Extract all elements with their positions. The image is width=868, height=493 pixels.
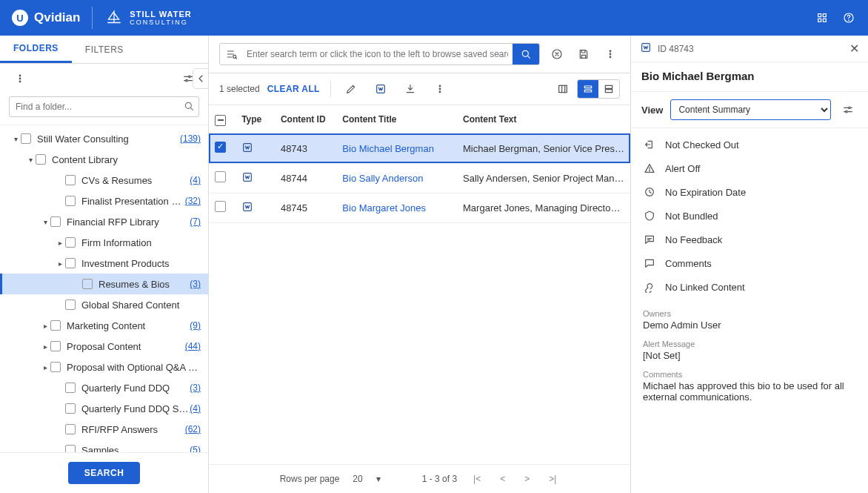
row-checkbox[interactable] xyxy=(215,142,226,153)
detail-item[interactable]: No Feedback xyxy=(631,228,868,251)
view-cards-icon[interactable] xyxy=(598,80,619,98)
toolbar-more-icon[interactable] xyxy=(430,79,450,99)
folder-count[interactable]: (4) xyxy=(190,403,201,414)
rows-per-page-value[interactable]: 20 xyxy=(353,474,362,484)
folder-node[interactable]: ▾Financial RFP Library(7) xyxy=(0,211,208,232)
save-icon[interactable] xyxy=(574,44,593,64)
chevron-icon[interactable]: ▸ xyxy=(40,363,50,371)
folder-checkbox[interactable] xyxy=(50,216,61,227)
rows-per-page-dropdown[interactable]: ▾ xyxy=(376,474,381,484)
apps-icon[interactable] xyxy=(815,10,829,25)
folder-count[interactable]: (62) xyxy=(185,424,201,434)
saved-search-icon[interactable] xyxy=(220,48,242,60)
collapse-sidebar-button[interactable] xyxy=(193,68,209,89)
folder-node[interactable]: Global Shared Content xyxy=(0,294,208,315)
word-icon[interactable] xyxy=(371,79,390,99)
search-button[interactable]: SEARCH xyxy=(68,462,141,484)
help-icon[interactable] xyxy=(841,10,856,25)
folder-count[interactable]: (4) xyxy=(190,175,201,185)
search-icon[interactable] xyxy=(183,100,195,114)
page-next-icon[interactable]: > xyxy=(521,472,533,486)
folder-checkbox[interactable] xyxy=(36,154,46,165)
col-content-id[interactable]: Content ID xyxy=(275,105,336,133)
folder-node[interactable]: Resumes & Bios(3) xyxy=(0,274,208,294)
folder-checkbox[interactable] xyxy=(50,320,61,331)
chevron-icon[interactable]: ▸ xyxy=(40,322,50,330)
detail-item[interactable]: No Linked Content xyxy=(631,275,868,299)
cell-title[interactable]: Bio Sally Anderson xyxy=(336,163,457,193)
close-icon[interactable]: ✕ xyxy=(849,42,859,56)
folder-checkbox[interactable] xyxy=(21,133,31,144)
folder-checkbox[interactable] xyxy=(65,445,76,452)
folder-checkbox[interactable] xyxy=(50,362,61,372)
view-select[interactable]: Content Summary xyxy=(670,99,831,120)
folder-checkbox[interactable] xyxy=(65,258,76,268)
folder-node[interactable]: Quarterly Fund DDQ Slides(4) xyxy=(0,398,208,419)
more-icon[interactable] xyxy=(10,69,30,88)
folder-count[interactable]: (139) xyxy=(180,133,201,144)
clear-icon[interactable] xyxy=(547,44,567,64)
col-type[interactable]: Type xyxy=(236,105,275,133)
folder-count[interactable]: (7) xyxy=(190,216,201,227)
page-first-icon[interactable]: |< xyxy=(470,472,484,486)
folder-node[interactable]: ▸Proposal Content(44) xyxy=(0,336,208,357)
view-list-icon[interactable] xyxy=(578,80,598,98)
chevron-icon[interactable]: ▸ xyxy=(55,259,65,268)
chevron-icon[interactable]: ▸ xyxy=(55,239,65,247)
more-search-icon[interactable] xyxy=(601,44,620,64)
detail-item[interactable]: Alert Off xyxy=(631,156,868,180)
folder-node[interactable]: ▸Marketing Content(9) xyxy=(0,315,208,336)
table-row[interactable]: 48744Bio Sally AndersonSally Andersen, S… xyxy=(209,163,630,193)
chevron-icon[interactable]: ▾ xyxy=(25,156,36,164)
folder-node[interactable]: Finalist Presentation Slides(32) xyxy=(0,191,208,211)
columns-icon[interactable] xyxy=(553,79,572,99)
folder-checkbox[interactable] xyxy=(65,403,76,414)
detail-item[interactable]: Not Checked Out xyxy=(631,133,868,156)
folder-checkbox[interactable] xyxy=(65,300,76,310)
folder-count[interactable]: (3) xyxy=(190,383,201,393)
folder-checkbox[interactable] xyxy=(65,196,76,206)
page-prev-icon[interactable]: < xyxy=(497,472,508,486)
folder-node[interactable]: ▸Investment Products xyxy=(0,253,208,274)
chevron-icon[interactable]: ▾ xyxy=(40,218,50,226)
detail-item[interactable]: Not Bundled xyxy=(631,204,868,228)
folder-node[interactable]: Samples(5) xyxy=(0,440,208,452)
col-content-text[interactable]: Content Text xyxy=(457,105,630,133)
table-row[interactable]: 48743Bio Michael BergmanMichael Bergman,… xyxy=(209,133,630,163)
search-input[interactable] xyxy=(242,49,513,59)
folder-node[interactable]: ▸Firm Information xyxy=(0,232,208,253)
folder-checkbox[interactable] xyxy=(82,279,93,289)
folder-checkbox[interactable] xyxy=(65,175,76,185)
folder-count[interactable]: (9) xyxy=(190,320,201,331)
col-content-title[interactable]: Content Title xyxy=(336,105,457,133)
table-row[interactable]: 48745Bio Margaret JonesMargaret Jones, M… xyxy=(209,193,630,222)
folder-checkbox[interactable] xyxy=(50,341,61,351)
folder-node[interactable]: RFI/RFP Answers(62) xyxy=(0,419,208,440)
folder-checkbox[interactable] xyxy=(65,424,76,434)
row-checkbox[interactable] xyxy=(215,201,226,212)
folder-node[interactable]: CVs & Resumes(4) xyxy=(0,170,208,191)
edit-icon[interactable] xyxy=(341,79,361,99)
folder-node[interactable]: Quarterly Fund DDQ(3) xyxy=(0,377,208,398)
detail-item[interactable]: Comments xyxy=(631,251,868,275)
tab-folders[interactable]: FOLDERS xyxy=(0,36,72,63)
folder-node[interactable]: ▾Content Library xyxy=(0,149,208,170)
search-submit-button[interactable] xyxy=(513,44,539,64)
folder-count[interactable]: (44) xyxy=(185,341,201,351)
folder-node[interactable]: ▸Proposal with Optional Q&A Doc Type xyxy=(0,357,208,377)
cell-title[interactable]: Bio Michael Bergman xyxy=(336,133,457,163)
folder-count[interactable]: (32) xyxy=(185,196,201,206)
chevron-icon[interactable]: ▾ xyxy=(10,135,21,143)
chevron-icon[interactable]: ▸ xyxy=(40,343,50,351)
cell-title[interactable]: Bio Margaret Jones xyxy=(336,193,457,222)
find-folder-input[interactable] xyxy=(9,96,199,117)
row-checkbox[interactable] xyxy=(215,171,226,182)
page-last-icon[interactable]: >| xyxy=(546,472,559,486)
folder-count[interactable]: (3) xyxy=(190,279,201,289)
folder-checkbox[interactable] xyxy=(65,237,76,248)
download-icon[interactable] xyxy=(401,79,420,99)
select-all-checkbox[interactable] xyxy=(215,115,226,126)
folder-checkbox[interactable] xyxy=(65,383,76,393)
clear-all-button[interactable]: CLEAR ALL xyxy=(267,84,320,94)
tab-filters[interactable]: FILTERS xyxy=(72,36,137,63)
